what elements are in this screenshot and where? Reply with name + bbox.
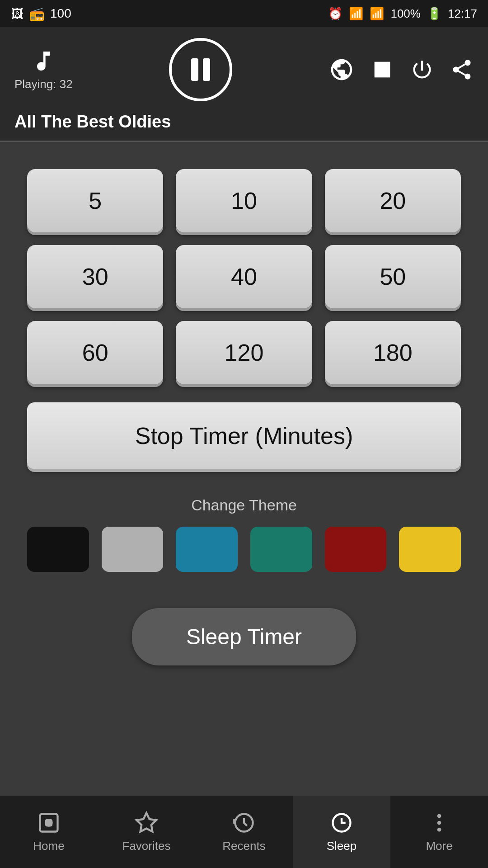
timer-30-button[interactable]: 30 [27, 245, 163, 308]
theme-blue[interactable] [176, 527, 238, 572]
timer-50-button[interactable]: 50 [325, 245, 461, 308]
nav-home-label: Home [33, 839, 64, 853]
nav-more[interactable]: More [390, 796, 488, 868]
radio-icon: 📻 [29, 6, 45, 21]
globe-icon[interactable] [329, 57, 354, 82]
nav-sleep[interactable]: Sleep [293, 796, 390, 868]
alarm-icon: ⏰ [328, 7, 343, 21]
theme-black[interactable] [27, 527, 89, 572]
sleep-timer-button[interactable]: Sleep Timer [132, 608, 356, 665]
theme-color-swatches [27, 527, 461, 572]
nav-favorites[interactable]: Favorites [98, 796, 195, 868]
header-right-icons [329, 57, 474, 82]
pause-icon [191, 58, 210, 81]
signal-icon: 📶 [370, 7, 384, 21]
status-bar: 🖼 📻 100 ⏰ 📶 📶 100% 🔋 12:17 [0, 0, 488, 27]
history-icon [232, 811, 256, 835]
svg-point-9 [437, 827, 441, 831]
wifi-icon: 📶 [349, 7, 363, 21]
theme-gray[interactable] [102, 527, 164, 572]
bottom-nav: Home Favorites Recents Sleep More [0, 796, 488, 868]
svg-rect-0 [375, 62, 390, 78]
timer-120-button[interactable]: 120 [176, 321, 312, 384]
stop-timer-button[interactable]: Stop Timer (Minutes) [27, 402, 461, 469]
music-icon [31, 48, 56, 74]
power-icon[interactable] [410, 58, 434, 81]
timer-grid: 5 10 20 30 40 50 60 120 180 [27, 169, 461, 384]
pause-button[interactable] [169, 38, 232, 101]
nav-more-label: More [426, 839, 452, 853]
status-left-icons: 🖼 📻 100 [11, 6, 71, 21]
theme-yellow[interactable] [399, 527, 461, 572]
header: Playing: 32 [0, 27, 488, 141]
photo-icon: 🖼 [11, 6, 23, 21]
timer-40-button[interactable]: 40 [176, 245, 312, 308]
nav-recents[interactable]: Recents [195, 796, 293, 868]
signal-strength: 100 [50, 6, 71, 21]
battery-percent: 100% [390, 7, 421, 21]
status-right-icons: ⏰ 📶 📶 100% 🔋 12:17 [328, 7, 477, 21]
change-theme-label: Change Theme [27, 496, 461, 514]
timer-10-button[interactable]: 10 [176, 169, 312, 232]
star-icon [135, 811, 158, 835]
header-left: Playing: 32 [14, 48, 73, 91]
svg-point-7 [437, 814, 441, 818]
playing-text: Playing: 32 [14, 77, 73, 91]
nav-recents-label: Recents [222, 839, 265, 853]
battery-icon: 🔋 [427, 7, 441, 21]
theme-teal[interactable] [250, 527, 312, 572]
stop-icon[interactable] [371, 58, 394, 81]
station-title: All The Best Oldies [14, 112, 474, 132]
svg-marker-4 [136, 813, 156, 831]
more-icon [427, 811, 451, 835]
nav-favorites-label: Favorites [122, 839, 171, 853]
svg-point-8 [437, 821, 441, 825]
nav-home[interactable]: Home [0, 796, 98, 868]
nav-sleep-label: Sleep [327, 839, 357, 853]
timer-5-button[interactable]: 5 [27, 169, 163, 232]
clock-time: 12:17 [448, 7, 477, 21]
theme-red[interactable] [325, 527, 387, 572]
home-icon [37, 811, 61, 835]
timer-60-button[interactable]: 60 [27, 321, 163, 384]
main-content: 5 10 20 30 40 50 60 120 180 Stop Timer (… [0, 142, 488, 679]
share-icon[interactable] [450, 58, 474, 81]
timer-20-button[interactable]: 20 [325, 169, 461, 232]
sleep-clock-icon [330, 811, 353, 835]
timer-180-button[interactable]: 180 [325, 321, 461, 384]
